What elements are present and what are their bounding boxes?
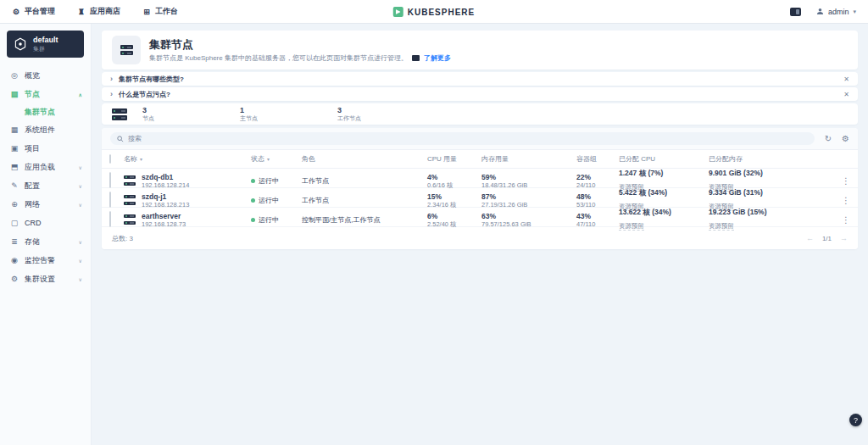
monitoring-icon: ◉ xyxy=(10,256,19,264)
topbar-right: admin ▾ xyxy=(790,8,856,16)
sidebar-item-label: 存储 xyxy=(25,236,40,248)
node-ip: 192.168.128.213 xyxy=(142,201,189,209)
console-toggle-icon[interactable] xyxy=(790,8,801,16)
topbar-nav: ⚙ 平台管理 ♜ 应用商店 ⊞ 工作台 xyxy=(12,6,178,17)
node-name-link[interactable]: earthserver xyxy=(142,212,186,220)
settings-icon: ⚙ xyxy=(10,275,19,283)
node-role: 工作节点 xyxy=(302,196,427,205)
nav-platform-management[interactable]: ⚙ 平台管理 xyxy=(12,6,55,17)
stat-value: 3 xyxy=(337,106,435,114)
close-icon[interactable]: ✕ xyxy=(843,75,849,83)
next-page-icon[interactable]: → xyxy=(840,234,848,242)
workloads-icon: ⬒ xyxy=(10,163,19,171)
total-count: 总数: 3 xyxy=(112,234,133,243)
table-toolbar: ↻ ⚙ xyxy=(102,128,858,150)
stat-master-nodes: 1 主节点 xyxy=(240,106,337,122)
sidebar-item-config[interactable]: ✎ 配置 ∨ xyxy=(0,176,91,195)
node-name-link[interactable]: szdq-j1 xyxy=(142,192,189,201)
cluster-name: default xyxy=(33,36,58,45)
col-role: 角色 xyxy=(302,154,427,164)
cpu-usage: 4%0.6/16 核 xyxy=(427,173,481,189)
row-checkbox[interactable] xyxy=(109,172,111,188)
pods-usage: 48%53/110 xyxy=(576,192,619,209)
kubesphere-logo[interactable]: KUBESPHERE xyxy=(393,0,475,24)
chevron-right-icon: › xyxy=(110,90,113,98)
sidebar-item-label: 应用负载 xyxy=(25,162,55,173)
sidebar-item-projects[interactable]: ▣ 项目 xyxy=(0,139,91,158)
sidebar-item-network[interactable]: ⊕ 网络 ∨ xyxy=(0,195,91,214)
page-description-text: 集群节点是 KubeSphere 集群中的基础服务器，您可以在此页面对集群节点进… xyxy=(149,53,408,63)
sidebar-item-label: 系统组件 xyxy=(25,125,55,136)
page-indicator: 1/1 xyxy=(822,235,832,242)
sidebar-item-storage[interactable]: ≣ 存储 ∨ xyxy=(0,232,91,251)
sidebar-item-label: 概览 xyxy=(25,70,40,81)
status-dot-icon xyxy=(251,179,255,183)
sidebar-item-crd[interactable]: ▢ CRD xyxy=(0,214,91,232)
nav-workbench[interactable]: ⊞ 工作台 xyxy=(142,6,178,17)
status-dot-icon xyxy=(251,218,255,222)
user-menu[interactable]: admin ▾ xyxy=(816,8,856,16)
nav-workbench-label: 工作台 xyxy=(155,6,178,17)
row-actions-menu[interactable]: ⋮ xyxy=(834,215,858,225)
nav-app-store[interactable]: ♜ 应用商店 xyxy=(77,6,120,17)
node-status: 运行中 xyxy=(251,176,302,186)
sidebar-item-components[interactable]: ▦ 系统组件 xyxy=(0,120,91,139)
sidebar-item-label: 项目 xyxy=(25,143,40,154)
chevron-right-icon: › xyxy=(110,75,113,83)
nodes-table-panel: ↻ ⚙ 名称▾ 状态▾ 角色 CPU 用量 内存用量 容器组 已分配 CPU 已… xyxy=(102,128,858,249)
components-icon: ▦ xyxy=(10,125,19,134)
select-all-checkbox[interactable] xyxy=(109,154,111,164)
col-name[interactable]: 名称▾ xyxy=(124,154,251,164)
sidebar-item-cluster-nodes[interactable]: 集群节点 xyxy=(0,103,91,120)
search-box[interactable] xyxy=(110,132,815,145)
search-input[interactable] xyxy=(128,135,808,142)
user-name: admin xyxy=(828,8,849,16)
workbench-icon: ⊞ xyxy=(142,8,151,16)
table-row: earthserver 192.168.128.73 运行中 控制平面/主节点,… xyxy=(102,208,858,227)
learn-more-link[interactable]: 了解更多 xyxy=(424,53,451,63)
sidebar-item-nodes[interactable]: ▤ 节点 ∧ xyxy=(0,85,91,103)
nodes-icon: ▤ xyxy=(10,90,19,98)
table-row: szdq-db1 192.168.128.214 运行中 工作节点 4%0.6/… xyxy=(102,169,858,188)
nav-platform-label: 平台管理 xyxy=(25,6,55,17)
column-settings-icon[interactable]: ⚙ xyxy=(842,135,849,143)
node-ip: 192.168.128.73 xyxy=(142,220,186,228)
stat-total-nodes: 3 节点 xyxy=(142,106,240,122)
node-icon xyxy=(124,175,136,186)
kubesphere-logo-text: KUBESPHERE xyxy=(408,8,475,17)
node-status: 运行中 xyxy=(251,215,302,225)
cluster-hexagon-icon xyxy=(14,37,27,51)
node-icon xyxy=(124,214,136,225)
sort-caret-icon: ▾ xyxy=(267,156,270,162)
row-checkbox[interactable] xyxy=(109,192,111,208)
chevron-up-icon: ∧ xyxy=(79,92,82,97)
col-alloc-mem: 已分配内存 xyxy=(709,154,834,164)
sidebar-item-cluster-settings[interactable]: ⚙ 集群设置 ∨ xyxy=(0,270,91,288)
storage-icon: ≣ xyxy=(10,237,19,246)
faq-node-types[interactable]: › 集群节点有哪些类型? ✕ xyxy=(102,72,858,86)
prev-page-icon[interactable]: ← xyxy=(806,234,814,242)
close-icon[interactable]: ✕ xyxy=(843,91,849,98)
memory-usage: 59%18.48/31.26 GiB xyxy=(481,173,576,189)
stat-worker-nodes: 3 工作节点 xyxy=(337,106,435,122)
node-name-link[interactable]: szdq-db1 xyxy=(142,173,189,181)
pods-usage: 22%24/110 xyxy=(576,173,619,189)
row-checkbox[interactable] xyxy=(109,211,111,227)
cluster-selector[interactable]: default 集群 xyxy=(7,31,84,58)
chevron-down-icon: ∨ xyxy=(79,276,82,282)
docs-icon xyxy=(412,55,420,61)
row-actions-menu[interactable]: ⋮ xyxy=(834,196,858,205)
sidebar-item-label: 网络 xyxy=(25,199,40,210)
help-button[interactable]: ? xyxy=(849,414,862,426)
refresh-icon[interactable]: ↻ xyxy=(825,135,832,143)
faq-node-taints[interactable]: › 什么是节点污点? ✕ xyxy=(102,87,858,101)
sidebar-item-overview[interactable]: ◎ 概览 xyxy=(0,66,91,85)
page-title: 集群节点 xyxy=(149,38,451,51)
sidebar-item-monitoring[interactable]: ◉ 监控告警 ∨ xyxy=(0,251,91,270)
col-status[interactable]: 状态▾ xyxy=(251,154,302,164)
status-dot-icon xyxy=(251,198,255,203)
sidebar-item-workloads[interactable]: ⬒ 应用负载 ∨ xyxy=(0,158,91,176)
stat-label: 工作节点 xyxy=(337,114,435,122)
row-actions-menu[interactable]: ⋮ xyxy=(834,176,858,186)
user-icon xyxy=(816,8,824,15)
